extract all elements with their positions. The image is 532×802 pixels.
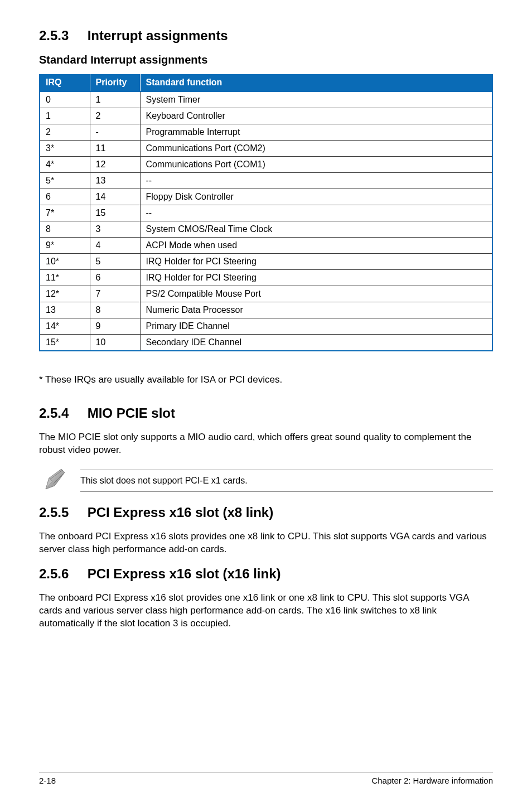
table-cell: 3 bbox=[90, 221, 140, 238]
table-cell: 0 bbox=[40, 91, 90, 108]
table-cell: Floppy Disk Controller bbox=[140, 189, 492, 205]
table-cell: Communications Port (COM1) bbox=[140, 157, 492, 173]
page-number: 2-18 bbox=[39, 776, 56, 785]
table-cell: -- bbox=[140, 205, 492, 221]
table-footnote: * These IRQs are usually available for I… bbox=[39, 374, 493, 386]
subheading-standard-interrupt: Standard Interrupt assignments bbox=[39, 54, 493, 66]
table-cell: 8 bbox=[40, 221, 90, 238]
table-row: 83System CMOS/Real Time Clock bbox=[40, 221, 492, 238]
table-cell: ACPI Mode when used bbox=[140, 238, 492, 254]
heading-254: 2.5.4 MIO PCIE slot bbox=[39, 405, 493, 421]
irq-table: IRQ Priority Standard function 01System … bbox=[39, 74, 493, 351]
table-row: 11*6IRQ Holder for PCI Steering bbox=[40, 270, 492, 286]
table-row: 614Floppy Disk Controller bbox=[40, 189, 492, 205]
table-row: 7*15-- bbox=[40, 205, 492, 221]
heading-255: 2.5.5 PCI Express x16 slot (x8 link) bbox=[39, 505, 493, 520]
table-cell: 12* bbox=[40, 286, 90, 302]
heading-num: 2.5.4 bbox=[39, 405, 84, 421]
table-cell: Numeric Data Processor bbox=[140, 302, 492, 318]
note-block: This slot does not support PCI-E x1 card… bbox=[39, 467, 493, 495]
th-priority: Priority bbox=[90, 74, 140, 91]
table-cell: 11 bbox=[90, 141, 140, 157]
heading-num: 2.5.5 bbox=[39, 505, 84, 520]
heading-num: 2.5.6 bbox=[39, 566, 84, 582]
table-cell: 4 bbox=[90, 238, 140, 254]
pencil-icon bbox=[42, 467, 68, 495]
table-cell: 9* bbox=[40, 238, 90, 254]
page-footer: 2-18 Chapter 2: Hardware information bbox=[39, 772, 493, 785]
table-cell: 2 bbox=[40, 124, 90, 141]
table-cell: 7* bbox=[40, 205, 90, 221]
note-text: This slot does not support PCI-E x1 card… bbox=[80, 476, 248, 485]
table-cell: Primary IDE Channel bbox=[140, 318, 492, 335]
heading-256: 2.5.6 PCI Express x16 slot (x16 link) bbox=[39, 566, 493, 582]
table-cell: 7 bbox=[90, 286, 140, 302]
table-cell: Keyboard Controller bbox=[140, 108, 492, 124]
table-cell: 2 bbox=[90, 108, 140, 124]
table-cell: 13 bbox=[90, 173, 140, 189]
chapter-label: Chapter 2: Hardware information bbox=[371, 776, 493, 785]
table-row: 4*12Communications Port (COM1) bbox=[40, 157, 492, 173]
th-function: Standard function bbox=[140, 74, 492, 91]
heading-title: MIO PCIE slot bbox=[88, 405, 175, 421]
table-cell: 14* bbox=[40, 318, 90, 335]
table-cell: Programmable Interrupt bbox=[140, 124, 492, 141]
table-cell: System CMOS/Real Time Clock bbox=[140, 221, 492, 238]
heading-num: 2.5.3 bbox=[39, 28, 84, 44]
table-row: 12*7PS/2 Compatible Mouse Port bbox=[40, 286, 492, 302]
table-cell: 14 bbox=[90, 189, 140, 205]
table-cell: 1 bbox=[40, 108, 90, 124]
paragraph-255: The onboard PCI Express x16 slots provid… bbox=[39, 530, 493, 556]
table-row: 15*10Secondary IDE Channel bbox=[40, 335, 492, 351]
table-cell: -- bbox=[140, 173, 492, 189]
table-cell: 5* bbox=[40, 173, 90, 189]
svg-marker-0 bbox=[46, 469, 65, 489]
table-cell: 6 bbox=[90, 270, 140, 286]
table-cell: - bbox=[90, 124, 140, 141]
table-cell: 15* bbox=[40, 335, 90, 351]
table-cell: 3* bbox=[40, 141, 90, 157]
table-row: 5*13-- bbox=[40, 173, 492, 189]
table-cell: 5 bbox=[90, 254, 140, 270]
table-cell: 10 bbox=[90, 335, 140, 351]
table-row: 138Numeric Data Processor bbox=[40, 302, 492, 318]
table-cell: IRQ Holder for PCI Steering bbox=[140, 254, 492, 270]
heading-title: PCI Express x16 slot (x8 link) bbox=[88, 505, 273, 520]
table-row: 01System Timer bbox=[40, 91, 492, 108]
table-row: 2-Programmable Interrupt bbox=[40, 124, 492, 141]
table-cell: IRQ Holder for PCI Steering bbox=[140, 270, 492, 286]
table-cell: 11* bbox=[40, 270, 90, 286]
paragraph-254: The MIO PCIE slot only supports a MIO au… bbox=[39, 431, 493, 457]
table-row: 12Keyboard Controller bbox=[40, 108, 492, 124]
table-cell: 9 bbox=[90, 318, 140, 335]
table-cell: 1 bbox=[90, 91, 140, 108]
table-cell: 15 bbox=[90, 205, 140, 221]
table-row: 14*9Primary IDE Channel bbox=[40, 318, 492, 335]
table-cell: PS/2 Compatible Mouse Port bbox=[140, 286, 492, 302]
table-cell: System Timer bbox=[140, 91, 492, 108]
heading-253: 2.5.3 Interrupt assignments bbox=[39, 28, 493, 44]
table-cell: 4* bbox=[40, 157, 90, 173]
heading-title: PCI Express x16 slot (x16 link) bbox=[88, 566, 281, 581]
th-irq: IRQ bbox=[40, 74, 90, 91]
table-cell: 8 bbox=[90, 302, 140, 318]
table-row: 9*4ACPI Mode when used bbox=[40, 238, 492, 254]
table-cell: Communications Port (COM2) bbox=[140, 141, 492, 157]
table-cell: 13 bbox=[40, 302, 90, 318]
table-row: 10*5IRQ Holder for PCI Steering bbox=[40, 254, 492, 270]
table-cell: 6 bbox=[40, 189, 90, 205]
table-cell: Secondary IDE Channel bbox=[140, 335, 492, 351]
heading-title: Interrupt assignments bbox=[88, 28, 228, 43]
table-cell: 12 bbox=[90, 157, 140, 173]
table-row: 3*11Communications Port (COM2) bbox=[40, 141, 492, 157]
table-cell: 10* bbox=[40, 254, 90, 270]
paragraph-256: The onboard PCI Express x16 slot provide… bbox=[39, 592, 493, 630]
